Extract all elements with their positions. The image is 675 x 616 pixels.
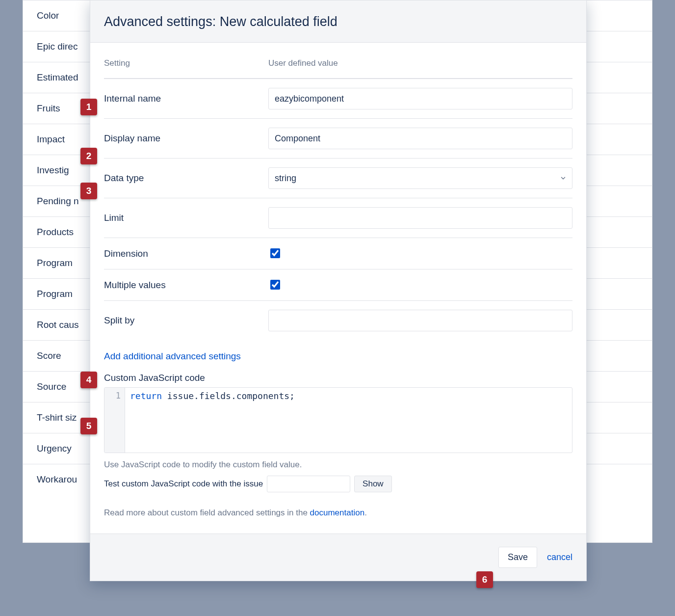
modal-header: Advanced settings: New calculated field (90, 0, 586, 43)
doc-suffix: . (364, 508, 367, 517)
label-dimension: Dimension (104, 238, 268, 269)
code-rest: issue.fields.components; (162, 391, 295, 401)
select-data-type[interactable]: string (268, 167, 572, 189)
documentation-link[interactable]: documentation (310, 508, 365, 517)
column-header-setting: Setting (104, 52, 268, 79)
modal-title: Advanced settings: New calculated field (104, 14, 572, 29)
modal-footer: Save cancel (90, 534, 586, 581)
documentation-row: Read more about custom field advanced se… (104, 508, 572, 518)
checkbox-multiple-values[interactable] (270, 280, 280, 290)
helper-text: Use JavaScript code to modify the custom… (104, 460, 572, 470)
annotation-callout-5: 5 (80, 418, 97, 434)
code-line-number: 1 (116, 391, 121, 401)
label-multiple-values: Multiple values (104, 269, 268, 301)
input-test-issue[interactable] (267, 476, 350, 492)
add-advanced-settings-link[interactable]: Add additional advanced settings (104, 351, 241, 362)
test-row: Test custom JavaScript code with the iss… (104, 476, 572, 492)
code-keyword: return (130, 391, 162, 401)
input-split-by[interactable] (268, 310, 572, 331)
label-internal-name: Internal name (104, 79, 268, 119)
modal-body: Setting User defined value Internal name… (90, 43, 586, 523)
save-button[interactable]: Save (498, 547, 537, 568)
advanced-settings-modal: Advanced settings: New calculated field … (90, 0, 587, 581)
show-button[interactable]: Show (354, 476, 392, 492)
code-editor[interactable]: 1 return issue.fields.components; (104, 387, 572, 453)
label-display-name: Display name (104, 119, 268, 159)
checkbox-dimension[interactable] (270, 248, 280, 258)
test-label: Test custom JavaScript code with the iss… (104, 479, 263, 489)
annotation-callout-1: 1 (80, 99, 97, 115)
label-split-by: Split by (104, 301, 268, 341)
code-content[interactable]: return issue.fields.components; (125, 388, 572, 453)
settings-table: Setting User defined value Internal name… (104, 52, 572, 340)
annotation-callout-3: 3 (80, 183, 97, 199)
code-gutter: 1 (104, 388, 125, 453)
doc-prefix: Read more about custom field advanced se… (104, 508, 310, 517)
annotation-callout-4: 4 (80, 372, 97, 388)
annotation-callout-6: 6 (476, 571, 493, 588)
code-section-header: Custom JavaScript code (104, 373, 572, 383)
input-limit[interactable] (268, 207, 572, 229)
label-data-type: Data type (104, 159, 268, 198)
column-header-value: User defined value (268, 52, 572, 79)
input-display-name[interactable] (268, 128, 572, 149)
input-internal-name[interactable] (268, 88, 572, 109)
label-limit: Limit (104, 198, 268, 238)
annotation-callout-2: 2 (80, 148, 97, 164)
cancel-link[interactable]: cancel (547, 552, 572, 562)
